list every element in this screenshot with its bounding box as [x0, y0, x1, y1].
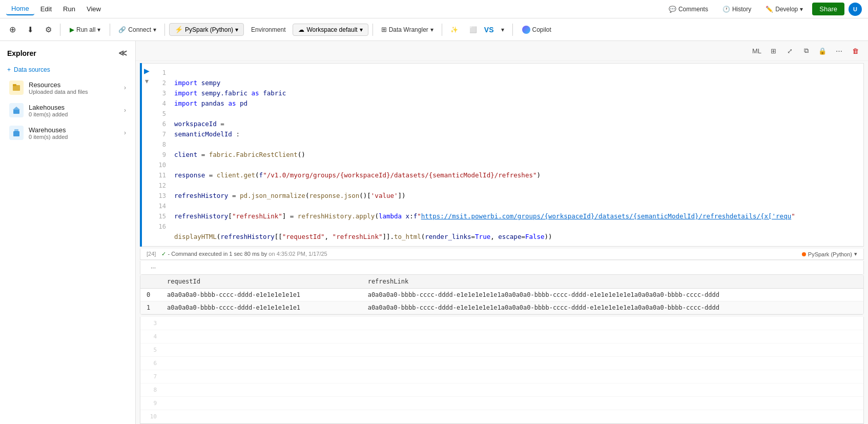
history-button[interactable]: 🕐 History	[717, 4, 756, 15]
cell-refreshlink[interactable]: a0a0a0a0-bbbb-cccc-dddd-e1e1e1e1e1e1a0a0…	[362, 314, 863, 315]
table-icon: ⊞	[381, 26, 387, 33]
output-table-section: requestId refreshLink 0 a0a0a0a0-bbbb-cc…	[140, 274, 864, 315]
separator-4	[373, 24, 373, 36]
add-cell-button[interactable]: ⊕	[5, 22, 20, 37]
columns-button[interactable]: ⬜	[465, 24, 481, 36]
empty-row-number: 6	[140, 360, 161, 367]
sidebar-item-warehouses[interactable]: Warehouses 0 item(s) added ›	[2, 122, 133, 144]
line-numbers: 12345678910111213141516	[152, 64, 168, 246]
copy-button[interactable]: ⧉	[799, 44, 813, 57]
lock-button[interactable]: 🔒	[816, 44, 829, 57]
more-dots-button[interactable]: ···	[144, 262, 162, 273]
nav-home[interactable]: Home	[6, 3, 34, 15]
spark-indicator	[802, 252, 806, 256]
col-refreshlink: refreshLink	[362, 275, 863, 289]
sidebar-item-lakehouses[interactable]: Lakehouses 0 item(s) added ›	[2, 99, 133, 122]
vscode-icon: VS	[484, 26, 494, 34]
empty-row: 5	[140, 344, 863, 357]
env-selector[interactable]: ⚡ PySpark (Python) ▾	[169, 23, 244, 36]
run-all-button[interactable]: ▶ Run all ▾	[65, 24, 106, 36]
sparkle-button[interactable]: ✨	[446, 24, 462, 36]
lakehouses-icon	[9, 103, 24, 117]
lakehouses-info: Lakehouses 0 item(s) added	[29, 104, 119, 117]
empty-rows-section: 345678910	[140, 317, 864, 424]
runtime-badge: PySpark (Python) ▾	[802, 251, 857, 257]
lakehouses-title: Lakehouses	[29, 104, 119, 111]
empty-row: 3	[140, 317, 863, 330]
nav-edit[interactable]: Edit	[35, 3, 57, 15]
add-icon: ⊕	[9, 25, 16, 34]
columns-icon: ⬜	[469, 26, 477, 33]
fullscreen-button[interactable]: ⤢	[783, 44, 796, 57]
connect-icon: 🔗	[118, 26, 126, 33]
lakehouses-subtitle: 0 item(s) added	[29, 111, 119, 117]
comments-button[interactable]: 💬 Comments	[664, 4, 713, 15]
svg-marker-3	[13, 107, 20, 110]
empty-row: 8	[140, 383, 863, 397]
avatar: U	[849, 3, 862, 16]
table-row: 1 a0a0a0a0-bbbb-cccc-dddd-e1e1e1e1e1e1 a…	[140, 301, 863, 314]
nav-run[interactable]: Run	[58, 3, 80, 15]
vscode-chevron-button[interactable]: ▾	[497, 24, 508, 36]
svg-rect-2	[13, 110, 19, 114]
settings-button[interactable]: ⚙	[41, 23, 56, 37]
cell-refreshlink[interactable]: a0a0a0a0-bbbb-cccc-dddd-e1e1e1e1e1e1a0a0…	[362, 289, 863, 301]
more-button[interactable]: ⋯	[832, 44, 845, 57]
sidebar-item-resources[interactable]: Resources Uploaded data and files ›	[2, 76, 133, 99]
empty-row: 6	[140, 357, 863, 370]
status-message: - Command executed in 1 sec 80 ms by	[168, 251, 267, 257]
empty-row-number: 8	[140, 387, 161, 393]
code-content[interactable]: import sempy import sempy.fabric as fabr…	[168, 64, 863, 246]
format-button[interactable]: ⊞	[767, 44, 780, 57]
separator-6	[512, 24, 513, 36]
add-datasources-button[interactable]: + Data sources	[0, 63, 135, 76]
warehouses-info: Warehouses 0 item(s) added	[29, 126, 119, 140]
environment-button[interactable]: Environment	[247, 24, 290, 36]
nav-view[interactable]: View	[81, 3, 106, 15]
svg-rect-4	[13, 131, 19, 136]
top-bar: Home Edit Run View 💬 Comments 🕐 History …	[0, 0, 868, 18]
lakehouses-chevron-icon: ›	[124, 107, 126, 114]
cell-refreshlink[interactable]: a0a0a0a0-bbbb-cccc-dddd-e1e1e1e1e1e1a0a0…	[362, 301, 863, 314]
download-button[interactable]: ⬇	[23, 23, 38, 37]
empty-row-number: 7	[140, 373, 161, 380]
ml-button[interactable]: ML	[750, 44, 763, 57]
cell-play-button[interactable]: ▶	[144, 67, 150, 75]
top-bar-right: 💬 Comments 🕐 History ✏️ Develop ▾ Share …	[664, 3, 862, 16]
empty-row-number: 4	[140, 333, 161, 340]
warehouses-title: Warehouses	[29, 126, 119, 134]
run-icon: ▶	[70, 26, 74, 33]
resources-chevron-icon: ›	[124, 84, 126, 91]
share-button[interactable]: Share	[812, 3, 844, 15]
code-cell: ▶ ▾ 12345678910111213141516 import sempy…	[140, 63, 864, 247]
code-editor[interactable]: 12345678910111213141516 import sempy imp…	[152, 64, 863, 246]
svg-rect-5	[14, 129, 18, 132]
empty-row-number: 10	[140, 413, 161, 420]
develop-button[interactable]: ✏️ Develop ▾	[760, 4, 808, 15]
delete-cell-button[interactable]: 🗑	[849, 44, 862, 57]
connect-chevron-icon: ▾	[153, 26, 156, 33]
cell-index: 1	[140, 301, 161, 314]
cell-index: 0	[140, 289, 161, 301]
cell-expand-button[interactable]: ▾	[145, 77, 149, 85]
empty-row: 9	[140, 397, 863, 410]
data-wrangler-button[interactable]: ⊞ Data Wrangler ▾	[377, 23, 438, 36]
separator-2	[110, 24, 110, 36]
sidebar: Explorer ≪ + Data sources Resources Uplo…	[0, 41, 136, 424]
main-layout: Explorer ≪ + Data sources Resources Uplo…	[0, 41, 868, 424]
sidebar-title: Explorer	[7, 49, 36, 57]
content-area: ML ⊞ ⤢ ⧉ 🔒 ⋯ 🗑 ▶ ▾ 123456789101112131415…	[136, 41, 868, 424]
toolbar: ⊕ ⬇ ⚙ ▶ Run all ▾ 🔗 Connect ▾ ⚡ PySpark …	[0, 18, 868, 41]
workspace-selector[interactable]: ☁ Workspace default ▾	[293, 24, 368, 36]
run-chevron-icon: ▾	[97, 26, 100, 33]
env-chevron-icon: ▾	[235, 26, 238, 33]
runtime-chevron-icon: ▾	[854, 251, 857, 257]
sidebar-header: Explorer ≪	[0, 41, 135, 63]
history-icon: 🕐	[722, 6, 730, 13]
download-icon: ⬇	[27, 25, 34, 34]
nav-menu: Home Edit Run View	[6, 3, 106, 15]
warehouses-icon	[9, 126, 24, 140]
connect-button[interactable]: 🔗 Connect ▾	[114, 24, 160, 36]
sidebar-collapse-button[interactable]: ≪	[117, 47, 128, 59]
copilot-button[interactable]: Copilot	[517, 23, 556, 36]
